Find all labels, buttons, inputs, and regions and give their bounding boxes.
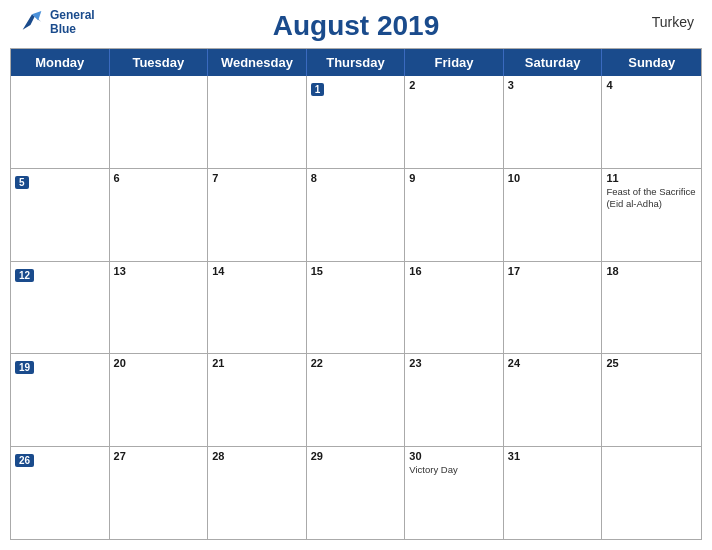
day-number-8: 8 [311, 172, 401, 184]
week-row-4: 2627282930Victory Day31 [11, 446, 701, 539]
day-cell-2-3: 15 [307, 262, 406, 354]
day-number-14: 14 [212, 265, 302, 277]
day-cell-1-1: 6 [110, 169, 209, 261]
day-number-7: 7 [212, 172, 302, 184]
day-cell-2-5: 17 [504, 262, 603, 354]
event-text: Victory Day [409, 464, 499, 476]
day-cell-0-6: 4 [602, 76, 701, 168]
day-cell-4-3: 29 [307, 447, 406, 539]
day-number-3: 3 [508, 79, 598, 91]
day-number-11: 11 [606, 172, 697, 184]
day-number-24: 24 [508, 357, 598, 369]
day-cell-1-2: 7 [208, 169, 307, 261]
logo-general: General [50, 8, 95, 22]
day-number-10: 10 [508, 172, 598, 184]
day-cell-0-1 [110, 76, 209, 168]
logo-bird-icon [18, 8, 46, 36]
day-number-4: 4 [606, 79, 697, 91]
header-sunday: Sunday [602, 49, 701, 76]
day-cell-1-6: 11Feast of the Sacrifice (Eid al-Adha) [602, 169, 701, 261]
day-number-17: 17 [508, 265, 598, 277]
day-cell-3-2: 21 [208, 354, 307, 446]
day-cell-3-4: 23 [405, 354, 504, 446]
header-monday: Monday [11, 49, 110, 76]
day-cell-2-4: 16 [405, 262, 504, 354]
day-number-9: 9 [409, 172, 499, 184]
day-cell-4-0: 26 [11, 447, 110, 539]
day-cell-2-1: 13 [110, 262, 209, 354]
day-cell-4-6 [602, 447, 701, 539]
day-number-5: 5 [15, 176, 29, 189]
day-cell-0-0 [11, 76, 110, 168]
day-cell-0-2 [208, 76, 307, 168]
week-row-3: 19202122232425 [11, 353, 701, 446]
logo-area: General Blue [18, 8, 95, 37]
day-cell-1-3: 8 [307, 169, 406, 261]
day-number-21: 21 [212, 357, 302, 369]
logo-blue: Blue [50, 22, 76, 36]
day-number-20: 20 [114, 357, 204, 369]
day-cell-0-4: 2 [405, 76, 504, 168]
day-cell-3-3: 22 [307, 354, 406, 446]
day-cell-4-1: 27 [110, 447, 209, 539]
day-headers-row: Monday Tuesday Wednesday Thursday Friday… [11, 49, 701, 76]
day-number-26: 26 [15, 454, 34, 467]
event-text: Feast of the Sacrifice (Eid al-Adha) [606, 186, 697, 211]
day-number-31: 31 [508, 450, 598, 462]
day-cell-3-5: 24 [504, 354, 603, 446]
day-cell-0-3: 1 [307, 76, 406, 168]
calendar-header: General Blue August 2019 Turkey [0, 0, 712, 48]
week-row-0: 1234 [11, 76, 701, 168]
day-number-28: 28 [212, 450, 302, 462]
day-cell-0-5: 3 [504, 76, 603, 168]
day-cell-4-2: 28 [208, 447, 307, 539]
country-label: Turkey [652, 14, 694, 30]
week-row-1: 567891011Feast of the Sacrifice (Eid al-… [11, 168, 701, 261]
logo-text: General Blue [50, 8, 95, 37]
day-cell-1-5: 10 [504, 169, 603, 261]
day-cell-1-0: 5 [11, 169, 110, 261]
day-number-15: 15 [311, 265, 401, 277]
day-cell-2-6: 18 [602, 262, 701, 354]
day-cell-4-4: 30Victory Day [405, 447, 504, 539]
day-number-18: 18 [606, 265, 697, 277]
calendar-wrapper: General Blue August 2019 Turkey Monday T… [0, 0, 712, 550]
header-saturday: Saturday [504, 49, 603, 76]
month-title: August 2019 [273, 10, 440, 42]
day-number-23: 23 [409, 357, 499, 369]
day-number-19: 19 [15, 361, 34, 374]
day-cell-3-1: 20 [110, 354, 209, 446]
day-cell-3-0: 19 [11, 354, 110, 446]
header-tuesday: Tuesday [110, 49, 209, 76]
weeks-container: 1234567891011Feast of the Sacrifice (Eid… [11, 76, 701, 539]
header-thursday: Thursday [307, 49, 406, 76]
day-number-27: 27 [114, 450, 204, 462]
calendar-grid: Monday Tuesday Wednesday Thursday Friday… [10, 48, 702, 540]
header-friday: Friday [405, 49, 504, 76]
day-number-22: 22 [311, 357, 401, 369]
day-number-2: 2 [409, 79, 499, 91]
header-wednesday: Wednesday [208, 49, 307, 76]
day-number-1: 1 [311, 83, 325, 96]
day-cell-3-6: 25 [602, 354, 701, 446]
day-number-13: 13 [114, 265, 204, 277]
day-number-30: 30 [409, 450, 499, 462]
day-number-29: 29 [311, 450, 401, 462]
day-cell-2-2: 14 [208, 262, 307, 354]
day-number-16: 16 [409, 265, 499, 277]
week-row-2: 12131415161718 [11, 261, 701, 354]
day-number-6: 6 [114, 172, 204, 184]
day-cell-1-4: 9 [405, 169, 504, 261]
day-cell-4-5: 31 [504, 447, 603, 539]
day-number-25: 25 [606, 357, 697, 369]
day-cell-2-0: 12 [11, 262, 110, 354]
day-number-12: 12 [15, 269, 34, 282]
